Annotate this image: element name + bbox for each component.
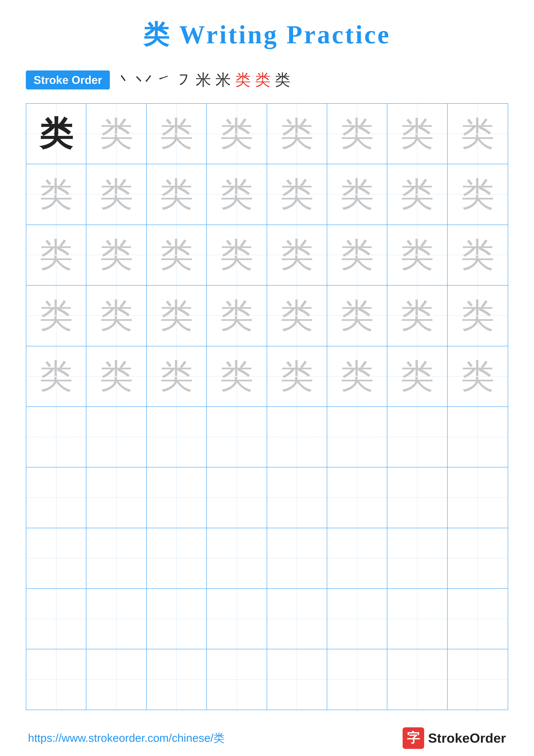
grid-cell-5-3[interactable]: 类 <box>147 346 207 406</box>
grid-cell-2-5[interactable]: 类 <box>267 164 327 224</box>
grid-cell-10-2[interactable] <box>87 649 146 710</box>
grid-cell-2-1[interactable]: 类 <box>26 164 87 224</box>
grid-cell-10-8[interactable] <box>447 649 508 710</box>
grid-cell-5-8[interactable]: 类 <box>447 346 508 406</box>
grid-cell-7-5[interactable] <box>267 468 327 527</box>
char-light: 类 <box>400 238 434 272</box>
grid-cell-2-7[interactable]: 类 <box>387 164 447 224</box>
char-light: 类 <box>100 299 133 332</box>
grid-cell-8-3[interactable] <box>147 528 207 588</box>
grid-cell-5-7[interactable]: 类 <box>387 346 447 406</box>
grid-cell-1-6[interactable]: 类 <box>327 104 387 164</box>
grid-cell-3-6[interactable]: 类 <box>327 225 387 285</box>
grid-cell-5-4[interactable]: 类 <box>207 346 267 406</box>
grid-cell-5-6[interactable]: 类 <box>327 346 387 406</box>
grid-cell-6-8[interactable] <box>447 407 508 467</box>
char-dark: 类 <box>39 117 73 150</box>
grid-cell-6-7[interactable] <box>387 407 447 467</box>
grid-cell-10-4[interactable] <box>207 649 267 710</box>
grid-cell-9-2[interactable] <box>87 589 146 649</box>
strokeorder-logo-text: StrokeOrder <box>428 730 506 746</box>
grid-cell-3-1[interactable]: 类 <box>26 225 87 285</box>
footer-logo: 字 StrokeOrder <box>403 727 506 749</box>
grid-cell-4-4[interactable]: 类 <box>207 285 267 346</box>
grid-cell-9-8[interactable] <box>447 589 508 649</box>
grid-cell-10-6[interactable] <box>327 649 387 710</box>
grid-cell-2-8[interactable]: 类 <box>447 164 508 224</box>
grid-cell-2-2[interactable]: 类 <box>87 164 146 224</box>
grid-cell-7-7[interactable] <box>387 468 447 527</box>
grid-cell-1-2[interactable]: 类 <box>87 104 146 164</box>
grid-cell-9-6[interactable] <box>327 589 387 649</box>
grid-cell-3-5[interactable]: 类 <box>267 225 327 285</box>
char-light: 类 <box>400 117 434 150</box>
grid-cell-9-7[interactable] <box>387 589 447 649</box>
char-light: 类 <box>100 238 133 272</box>
grid-cell-8-7[interactable] <box>387 528 447 588</box>
grid-cell-7-4[interactable] <box>207 468 267 527</box>
grid-cell-6-1[interactable] <box>26 407 87 467</box>
grid-cell-8-8[interactable] <box>447 528 508 588</box>
stroke-4: ㇇ <box>176 69 191 90</box>
grid-cell-7-1[interactable] <box>26 468 87 527</box>
char-light: 类 <box>39 299 73 332</box>
grid-cell-9-4[interactable] <box>207 589 267 649</box>
stroke-8: 类 <box>255 69 270 90</box>
grid-cell-5-2[interactable]: 类 <box>87 346 146 406</box>
grid-cell-1-5[interactable]: 类 <box>267 104 327 164</box>
grid-cell-1-8[interactable]: 类 <box>447 104 508 164</box>
grid-cell-10-5[interactable] <box>267 649 327 710</box>
grid-cell-7-8[interactable] <box>447 468 508 527</box>
grid-cell-4-6[interactable]: 类 <box>327 285 387 346</box>
grid-cell-7-3[interactable] <box>147 468 207 527</box>
grid-cell-8-6[interactable] <box>327 528 387 588</box>
grid-cell-3-3[interactable]: 类 <box>147 225 207 285</box>
grid-cell-8-5[interactable] <box>267 528 327 588</box>
char-light: 类 <box>160 117 193 150</box>
char-light: 类 <box>39 238 73 272</box>
grid-cell-3-8[interactable]: 类 <box>447 225 508 285</box>
grid-cell-3-7[interactable]: 类 <box>387 225 447 285</box>
grid-cell-6-4[interactable] <box>207 407 267 467</box>
grid-cell-4-5[interactable]: 类 <box>267 285 327 346</box>
grid-cell-10-1[interactable] <box>26 649 87 710</box>
grid-cell-1-4[interactable]: 类 <box>207 104 267 164</box>
grid-cell-1-7[interactable]: 类 <box>387 104 447 164</box>
char-light: 类 <box>340 178 374 211</box>
grid-cell-10-7[interactable] <box>387 649 447 710</box>
grid-cell-6-5[interactable] <box>267 407 327 467</box>
grid-cell-2-3[interactable]: 类 <box>147 164 207 224</box>
grid-cell-5-5[interactable]: 类 <box>267 346 327 406</box>
stroke-3: ㇀ <box>156 69 171 90</box>
grid-row-5: 类 类 类 类 类 类 类 类 <box>26 346 508 407</box>
char-light: 类 <box>220 238 253 272</box>
grid-cell-4-7[interactable]: 类 <box>387 285 447 346</box>
grid-cell-1-1[interactable]: 类 <box>26 104 87 164</box>
char-light: 类 <box>340 360 374 393</box>
grid-cell-2-4[interactable]: 类 <box>207 164 267 224</box>
grid-cell-10-3[interactable] <box>147 649 207 710</box>
grid-cell-4-1[interactable]: 类 <box>26 285 87 346</box>
grid-cell-1-3[interactable]: 类 <box>147 104 207 164</box>
grid-cell-9-3[interactable] <box>147 589 207 649</box>
grid-cell-3-2[interactable]: 类 <box>87 225 146 285</box>
grid-cell-8-4[interactable] <box>207 528 267 588</box>
grid-cell-6-3[interactable] <box>147 407 207 467</box>
grid-cell-4-8[interactable]: 类 <box>447 285 508 346</box>
grid-cell-9-1[interactable] <box>26 589 87 649</box>
grid-cell-7-6[interactable] <box>327 468 387 527</box>
grid-cell-3-4[interactable]: 类 <box>207 225 267 285</box>
grid-cell-4-2[interactable]: 类 <box>87 285 146 346</box>
grid-cell-9-5[interactable] <box>267 589 327 649</box>
grid-cell-5-1[interactable]: 类 <box>26 346 87 406</box>
grid-row-6 <box>26 407 508 468</box>
grid-cell-8-1[interactable] <box>26 528 87 588</box>
stroke-1: 丶 <box>116 69 132 90</box>
grid-cell-6-6[interactable] <box>327 407 387 467</box>
grid-cell-2-6[interactable]: 类 <box>327 164 387 224</box>
grid-cell-6-2[interactable] <box>87 407 146 467</box>
footer-url[interactable]: https://www.strokeorder.com/chinese/类 <box>28 731 225 746</box>
grid-cell-4-3[interactable]: 类 <box>147 285 207 346</box>
grid-cell-8-2[interactable] <box>87 528 146 588</box>
grid-cell-7-2[interactable] <box>87 468 146 527</box>
